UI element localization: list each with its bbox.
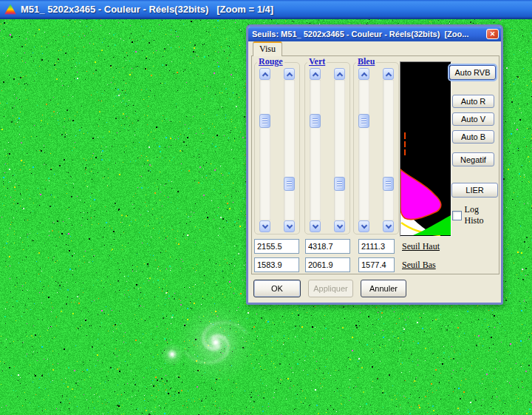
chevron-up-icon (385, 72, 391, 78)
scrollbar-track[interactable] (284, 80, 295, 220)
auto-rvb-button[interactable]: Auto RVB (449, 65, 496, 80)
scrollbar-thumb[interactable] (358, 114, 369, 128)
app-prism-icon (4, 4, 16, 15)
chevron-up-icon (286, 72, 292, 78)
scrollbar-track[interactable] (358, 80, 369, 220)
application-window: M51_ 5202x3465 - Couleur - Réels(32bits)… (0, 0, 532, 415)
scrollbar-thumb[interactable] (383, 177, 394, 191)
seuil-bas-label: Seuil Bas (402, 260, 436, 271)
scroll-up-icon[interactable] (334, 68, 345, 80)
dialog-titlebar[interactable]: Seuils: M51_ 5202x3465 - Couleur - Réels… (248, 27, 501, 41)
histogram-display (400, 61, 451, 237)
rouge-seuil-haut-scrollbar (259, 68, 270, 232)
group-rouge-label: Rouge (257, 56, 284, 67)
scrollbar-thumb[interactable] (334, 177, 345, 191)
scroll-down-icon[interactable] (284, 220, 295, 232)
auto-v-button[interactable]: Auto V (452, 112, 494, 126)
histogram-plot (400, 62, 451, 236)
scroll-down-icon[interactable] (358, 220, 369, 232)
scroll-up-icon[interactable] (383, 68, 394, 80)
tab-visu[interactable]: Visu (253, 41, 282, 56)
chevron-up-icon (361, 72, 366, 78)
scrollbar-thumb[interactable] (259, 114, 270, 128)
chevron-down-icon (312, 222, 318, 228)
vert-seuil-haut-scrollbar (310, 68, 321, 232)
main-window-title: M51_ 5202x3465 - Couleur - Réels(32bits)… (21, 4, 273, 15)
scroll-down-icon[interactable] (310, 220, 321, 232)
bleu-seuil-haut-scrollbar (358, 68, 369, 232)
ok-button[interactable]: OK (253, 280, 301, 297)
lier-button[interactable]: LIER (451, 183, 498, 198)
appliquer-button[interactable]: Appliquer (308, 280, 353, 297)
chevron-up-icon (336, 72, 342, 78)
bleu-seuil-bas-scrollbar (383, 68, 394, 232)
scroll-up-icon[interactable] (259, 68, 270, 80)
dialog-body: Visu Rouge (248, 41, 501, 303)
scroll-down-icon[interactable] (334, 220, 345, 232)
log-histo-checkbox[interactable] (452, 211, 462, 220)
scrollbar-track[interactable] (310, 80, 321, 220)
group-vert-label: Vert (307, 56, 327, 67)
scrollbar-track[interactable] (334, 80, 345, 220)
group-bleu: Bleu (353, 62, 399, 235)
dialog-title: Seuils: M51_ 5202x3465 - Couleur - Réels… (252, 30, 468, 38)
rouge-seuil-bas-scrollbar (284, 68, 295, 232)
chevron-down-icon (262, 222, 267, 228)
seuil-bas-bleu-input[interactable] (358, 257, 395, 272)
seuil-haut-rouge-input[interactable] (254, 239, 299, 254)
chevron-down-icon (385, 222, 391, 228)
annuler-button[interactable]: Annuler (361, 280, 406, 297)
scroll-down-icon[interactable] (259, 220, 270, 232)
chevron-up-icon (262, 72, 267, 78)
log-histo-option: Log Histo (452, 204, 499, 226)
scroll-up-icon[interactable] (358, 68, 369, 80)
vert-seuil-bas-scrollbar (334, 68, 345, 232)
seuil-bas-rouge-input[interactable] (254, 257, 299, 272)
chevron-down-icon (286, 222, 292, 228)
visu-tab-panel: Rouge Vert (251, 55, 499, 274)
scrollbar-track[interactable] (259, 80, 270, 220)
auto-r-button[interactable]: Auto R (452, 95, 494, 108)
chevron-up-icon (312, 72, 318, 78)
scrollbar-thumb[interactable] (310, 114, 321, 128)
scrollbar-track[interactable] (383, 80, 394, 220)
chevron-down-icon (361, 222, 366, 228)
group-bleu-label: Bleu (356, 56, 376, 67)
scroll-up-icon[interactable] (284, 68, 295, 80)
seuils-dialog: Seuils: M51_ 5202x3465 - Couleur - Réels… (246, 24, 503, 305)
scroll-down-icon[interactable] (383, 220, 394, 232)
log-histo-label: Log Histo (465, 204, 499, 226)
group-rouge: Rouge (254, 62, 300, 235)
negatif-button[interactable]: Negatif (452, 152, 494, 166)
seuil-bas-vert-input[interactable] (305, 257, 350, 272)
close-icon[interactable]: ✕ (486, 29, 499, 39)
chevron-down-icon (336, 222, 342, 228)
seuil-haut-bleu-input[interactable] (358, 239, 395, 254)
group-vert: Vert (304, 62, 350, 235)
scroll-up-icon[interactable] (310, 68, 321, 80)
seuil-haut-vert-input[interactable] (305, 239, 350, 254)
main-titlebar[interactable]: M51_ 5202x3465 - Couleur - Réels(32bits)… (0, 0, 532, 19)
seuil-haut-label: Seuil Haut (402, 241, 440, 252)
auto-b-button[interactable]: Auto B (452, 130, 494, 144)
scrollbar-thumb[interactable] (284, 177, 295, 191)
